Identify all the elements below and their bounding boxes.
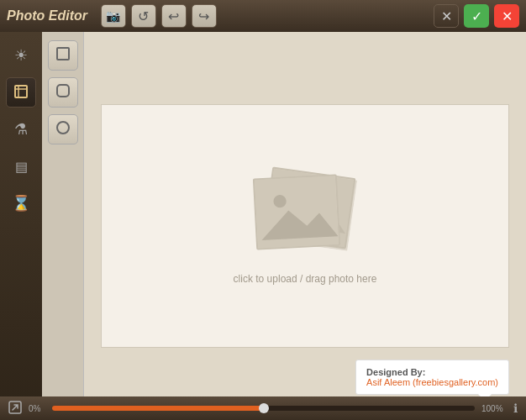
- hourglass-icon: ⌛: [12, 194, 30, 213]
- zoom-slider-handle[interactable]: [259, 403, 269, 413]
- flask-icon: ⚗: [14, 120, 28, 139]
- cancel-icon: ✕: [502, 8, 513, 24]
- svg-rect-0: [15, 86, 27, 97]
- canvas-area[interactable]: click to upload / drag photo here Design…: [84, 32, 526, 420]
- main-area: ☀ ⚗ ▤ ⌛: [0, 32, 526, 420]
- info-icon[interactable]: ℹ: [513, 402, 518, 415]
- tool-transform[interactable]: ⌛: [6, 188, 36, 218]
- settings-button[interactable]: ✕: [434, 4, 459, 28]
- upload-text: click to upload / drag photo here: [234, 273, 377, 285]
- settings-icon: ✕: [441, 8, 452, 24]
- tool-crop[interactable]: [6, 77, 36, 108]
- credit-author: Asif Aleem (freebiesgallery.com): [366, 377, 498, 387]
- zoom-control: 0% 100%: [29, 404, 507, 413]
- svg-rect-4: [57, 85, 69, 97]
- camera-button[interactable]: 📷: [101, 4, 126, 28]
- credit-box: Designed By: Asif Aleem (freebiesgallery…: [355, 360, 509, 395]
- sliders-icon: ▤: [15, 159, 28, 175]
- header: Photo Editor 📷 ↺ ↩ ↪ ✕ ✓ ✕: [0, 0, 526, 32]
- zoom-min-label: 0%: [29, 404, 45, 413]
- footer: 0% 100% ℹ: [0, 396, 526, 420]
- ok-button[interactable]: ✓: [464, 4, 489, 28]
- secondary-toolbar: [42, 32, 84, 420]
- image-card-front: [253, 174, 340, 249]
- cancel-button[interactable]: ✕: [494, 4, 519, 28]
- ok-icon: ✓: [471, 8, 482, 24]
- select-circle-button[interactable]: [48, 114, 78, 144]
- select-rounded-button[interactable]: [48, 77, 78, 108]
- canvas-box[interactable]: click to upload / drag photo here: [101, 104, 509, 348]
- upload-placeholder: [250, 168, 360, 260]
- redo-icon: ↪: [198, 8, 209, 24]
- tool-filters[interactable]: ▤: [6, 151, 36, 181]
- circle-select-icon: [55, 119, 71, 139]
- redo-button[interactable]: ↪: [192, 4, 217, 28]
- crop-icon: [13, 83, 29, 102]
- zoom-max-label: 100%: [481, 404, 507, 413]
- undo-icon: ↩: [168, 8, 179, 24]
- rounded-select-icon: [55, 82, 71, 102]
- refresh-icon: ↺: [138, 8, 149, 24]
- export-icon[interactable]: [8, 401, 22, 417]
- undo-button[interactable]: ↩: [161, 4, 187, 28]
- sun-icon: ☀: [14, 46, 28, 65]
- svg-point-5: [57, 122, 69, 134]
- tool-brightness[interactable]: ☀: [6, 40, 36, 71]
- rect-select-icon: [55, 45, 71, 66]
- tool-effects[interactable]: ⚗: [6, 114, 36, 144]
- credit-designed-label: Designed By:: [366, 367, 498, 377]
- left-toolbar: ☀ ⚗ ▤ ⌛: [0, 32, 42, 420]
- zoom-slider-track[interactable]: [52, 406, 475, 411]
- select-rect-button[interactable]: [48, 40, 78, 71]
- refresh-button[interactable]: ↺: [131, 4, 156, 28]
- app-title: Photo Editor: [7, 8, 87, 24]
- zoom-slider-fill: [52, 406, 264, 411]
- svg-rect-3: [57, 48, 69, 60]
- camera-icon: 📷: [106, 9, 120, 23]
